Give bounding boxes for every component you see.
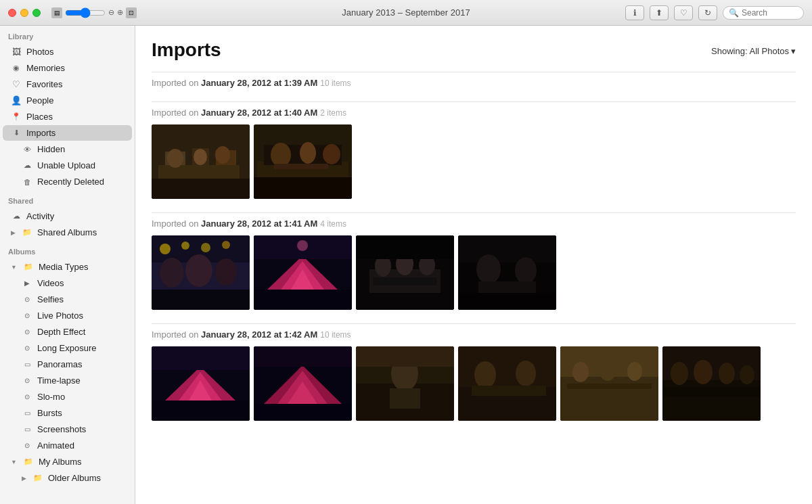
sidebar-item-deleted[interactable]: 🗑 Recently Deleted (3, 174, 132, 189)
share-button[interactable]: ⬆ (650, 5, 669, 20)
svg-rect-52 (152, 400, 250, 421)
svg-point-12 (271, 143, 291, 167)
title-bar-left: ▤ ⊖ ⊕ ⊡ (8, 7, 137, 18)
svg-rect-16 (274, 164, 328, 169)
sidebar-item-screenshots[interactable]: ▭ Screenshots (3, 421, 132, 437)
photo-thumb[interactable] (152, 346, 250, 421)
import-group-4: Imported on January 28, 2012 at 1:42 AM1… (152, 323, 796, 421)
zoom-icon-small: ⊖ (108, 8, 114, 17)
sidebar-item-favorites-label: Favorites (26, 79, 62, 89)
photo-thumb[interactable] (356, 235, 454, 310)
svg-point-78 (671, 362, 688, 385)
sidebar-item-memories[interactable]: ◉ Memories (3, 60, 132, 76)
bursts-icon: ▭ (22, 409, 32, 417)
sidebar-item-unable[interactable]: ☁ Unable Upload (3, 158, 132, 173)
info-button[interactable]: ℹ (625, 5, 644, 20)
sidebar-toggle-icon[interactable]: ▤ (51, 7, 62, 18)
shared-section-label: Shared (0, 190, 135, 208)
photo-thumb[interactable] (254, 346, 352, 421)
import-header-3-count: 4 items (320, 219, 346, 229)
close-button[interactable] (8, 9, 16, 17)
sidebar-item-media-types[interactable]: ▼ 📁 Media Types (3, 259, 132, 275)
favorite-button[interactable]: ♡ (674, 5, 693, 20)
sidebar-item-hidden[interactable]: 👁 Hidden (3, 141, 132, 157)
rotate-button[interactable]: ↻ (698, 5, 717, 20)
sidebar-item-my-albums[interactable]: ▼ 📁 My Albums (3, 454, 132, 469)
import-header-3-date: January 28, 2012 at 1:41 AM (201, 219, 317, 229)
photo-thumb[interactable] (254, 124, 352, 199)
depth-effect-icon: ⊙ (22, 328, 32, 336)
sidebar-item-places[interactable]: 📍 Places (3, 109, 132, 124)
sidebar-item-shared-albums[interactable]: ▶ 📁 Shared Albums (3, 225, 132, 240)
sidebar: Library 🖼 Photos ◉ Memories ♡ Favorites … (0, 26, 135, 504)
sidebar-item-long-exposure[interactable]: ⊙ Long Exposure (3, 340, 132, 356)
panoramas-icon: ▭ (22, 361, 32, 368)
sidebar-item-shared-albums-label: Shared Albums (37, 227, 97, 237)
activity-icon: ☁ (11, 212, 22, 221)
import-header-1: Imported on January 28, 2012 at 1:39 AM1… (152, 72, 796, 88)
main-content: Imports Showing: All Photos ▾ Imported o… (135, 26, 812, 504)
albums-section-label: Albums (0, 241, 135, 258)
photo-thumb[interactable] (458, 235, 556, 310)
photo-grid-4 (152, 346, 796, 421)
sidebar-item-imports[interactable]: ⬇ Imports (3, 125, 132, 141)
sidebar-item-slo-mo[interactable]: ⊙ Slo-mo (3, 389, 132, 405)
sidebar-item-photos[interactable]: 🖼 Photos (3, 44, 132, 60)
photo-thumb[interactable] (152, 235, 250, 310)
import-header-4-prefix: Imported on (152, 329, 198, 340)
svg-point-74 (627, 362, 642, 381)
svg-rect-40 (356, 235, 454, 259)
photo-thumb[interactable] (458, 346, 556, 421)
svg-point-19 (160, 244, 171, 254)
photo-thumb[interactable] (662, 346, 761, 421)
search-box[interactable]: 🔍 (723, 6, 804, 20)
zoom-slider[interactable] (65, 9, 106, 17)
svg-point-44 (515, 257, 537, 284)
sidebar-item-videos[interactable]: ▶ Videos (3, 275, 132, 291)
photo-thumb[interactable] (356, 346, 454, 421)
sidebar-item-depth-effect[interactable]: ⊙ Depth Effect (3, 324, 132, 340)
sidebar-item-favorites[interactable]: ♡ Favorites (3, 76, 132, 92)
videos-icon: ▶ (22, 279, 32, 287)
sidebar-item-live-photos-label: Live Photos (37, 311, 83, 321)
sidebar-item-places-label: Places (26, 112, 53, 122)
sidebar-item-activity[interactable]: ☁ Activity (3, 208, 132, 224)
sidebar-item-older-albums-label: Older Albums (48, 473, 101, 483)
sidebar-item-people[interactable]: 👤 People (3, 93, 132, 108)
svg-point-80 (719, 363, 735, 384)
sidebar-item-unable-label: Unable Upload (37, 160, 95, 170)
screenshots-icon: ▭ (22, 426, 32, 433)
minimize-button[interactable] (20, 9, 28, 17)
older-albums-icon: 📁 (32, 474, 43, 482)
search-input[interactable] (742, 8, 799, 18)
maximize-button[interactable] (32, 9, 41, 17)
sidebar-item-live-photos[interactable]: ⊙ Live Photos (3, 308, 132, 323)
svg-rect-77 (662, 380, 761, 421)
import-group-2: Imported on January 28, 2012 at 1:40 AM2… (152, 101, 796, 199)
svg-rect-26 (152, 290, 250, 310)
sidebar-item-animated[interactable]: ⊙ Animated (3, 438, 132, 453)
imports-icon: ⬇ (11, 129, 22, 137)
svg-rect-68 (472, 386, 546, 396)
toolbar-icons: ▤ ⊖ ⊕ ⊡ (51, 7, 137, 18)
svg-rect-57 (254, 346, 352, 367)
title-bar-right: ℹ ⬆ ♡ ↻ 🔍 (625, 5, 804, 20)
sidebar-item-time-lapse[interactable]: ⊙ Time-lapse (3, 373, 132, 388)
sidebar-item-selfies[interactable]: ⊙ Selfies (3, 292, 132, 307)
sidebar-item-photos-label: Photos (26, 47, 53, 57)
svg-rect-46 (458, 293, 556, 310)
sidebar-item-bursts[interactable]: ▭ Bursts (3, 405, 132, 421)
chevron-down-icon: ▾ (791, 46, 796, 56)
sidebar-item-panoramas[interactable]: ▭ Panoramas (3, 357, 132, 372)
svg-point-20 (181, 242, 189, 250)
showing-dropdown[interactable]: Showing: All Photos ▾ (711, 46, 796, 56)
import-group-1: Imported on January 28, 2012 at 1:39 AM1… (152, 72, 796, 88)
sidebar-item-my-albums-label: My Albums (39, 457, 82, 467)
svg-point-32 (297, 240, 308, 251)
photo-thumb[interactable] (560, 346, 658, 421)
view-toggle-icon[interactable]: ⊡ (126, 7, 137, 18)
memories-icon: ◉ (11, 64, 22, 72)
sidebar-item-older-albums[interactable]: ▶ 📁 Older Albums (3, 470, 132, 486)
photo-thumb[interactable] (152, 124, 250, 199)
photo-thumb[interactable] (254, 235, 352, 310)
